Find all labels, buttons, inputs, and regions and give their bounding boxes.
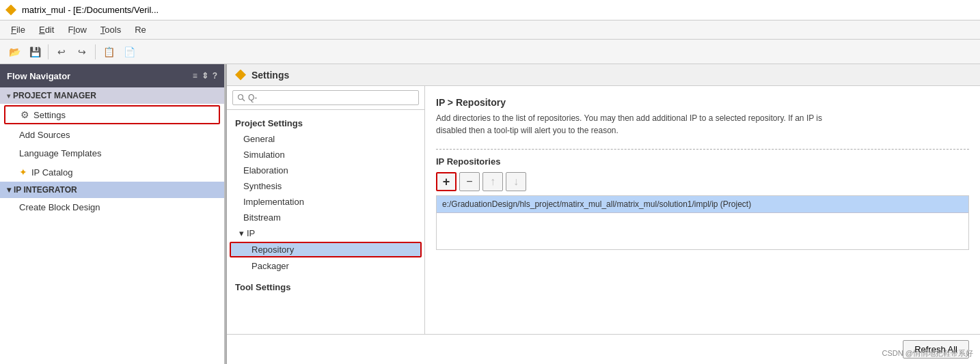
dialog-title-text: Settings bbox=[251, 70, 289, 81]
content-description: Add directories to the list of repositor… bbox=[436, 112, 846, 137]
repos-list: e:/GraduationDesign/hls_project/matirx_m… bbox=[436, 195, 969, 250]
tree-search-area bbox=[227, 86, 424, 110]
nav-item-ip-catalog-label: IP Catalog bbox=[31, 167, 72, 178]
tree-item-general[interactable]: General bbox=[227, 131, 424, 147]
tree-group-ip-label: IP bbox=[247, 228, 255, 238]
tree-content: Project Settings General Simulation Elab… bbox=[227, 110, 424, 334]
nav-item-settings-label: Settings bbox=[33, 110, 66, 120]
tree-item-elaboration[interactable]: Elaboration bbox=[227, 163, 424, 178]
flow-nav-help-icon[interactable]: ? bbox=[213, 71, 217, 81]
nav-item-add-sources-label: Add Sources bbox=[19, 130, 70, 140]
tree-project-settings-label: Project Settings bbox=[227, 115, 424, 131]
tree-tool-settings-label: Tool Settings bbox=[227, 279, 424, 295]
title-bar: matrix_mul - [E:/Documents/Veril... bbox=[0, 0, 980, 20]
repos-label: IP Repositories bbox=[436, 156, 969, 167]
tree-item-repository-label: Repository bbox=[251, 244, 294, 255]
ip-catalog-icon: ✦ bbox=[19, 167, 27, 178]
tree-item-implementation[interactable]: Implementation bbox=[227, 194, 424, 210]
menu-bar: File Edit Flow Tools Re bbox=[0, 20, 980, 40]
tree-item-implementation-label: Implementation bbox=[243, 197, 304, 207]
section-ip-integrator[interactable]: ▾ IP INTEGRATOR bbox=[0, 182, 224, 198]
flow-nav-title: Flow Navigator bbox=[7, 71, 70, 81]
tree-group-ip[interactable]: ▾ IP bbox=[227, 225, 424, 241]
repos-toolbar: + − ↑ ↓ bbox=[436, 172, 969, 191]
dialog-title-bar: Settings bbox=[227, 64, 980, 86]
dialog-footer: Refresh All bbox=[227, 334, 980, 364]
menu-flow[interactable]: Flow bbox=[62, 23, 92, 37]
tree-item-packager[interactable]: Packager bbox=[227, 258, 424, 274]
menu-re[interactable]: Re bbox=[129, 23, 152, 37]
toolbar-redo-btn[interactable]: ↪ bbox=[73, 43, 91, 61]
section-ip-integrator-label: IP INTEGRATOR bbox=[14, 185, 77, 195]
tree-item-simulation[interactable]: Simulation bbox=[227, 147, 424, 163]
toolbar-copy-btn[interactable]: 📋 bbox=[100, 43, 118, 61]
chevron-ip-icon: ▾ bbox=[239, 228, 244, 238]
toolbar-separator bbox=[48, 44, 49, 59]
toolbar-save-btn[interactable]: 💾 bbox=[26, 43, 44, 61]
tree-item-bitstream-label: Bitstream bbox=[243, 212, 281, 223]
toolbar: 📂 💾 ↩ ↪ 📋 📄 bbox=[0, 40, 980, 64]
flow-nav-header: Flow Navigator ≡ ⇕ ? bbox=[0, 64, 224, 87]
nav-item-ip-catalog[interactable]: ✦ IP Catalog bbox=[0, 163, 224, 182]
tree-item-simulation-label: Simulation bbox=[243, 150, 285, 160]
title-bar-text: matrix_mul - [E:/Documents/Veril... bbox=[22, 5, 159, 15]
tree-item-synthesis-label: Synthesis bbox=[243, 181, 282, 191]
settings-tree: Project Settings General Simulation Elab… bbox=[227, 86, 425, 334]
toolbar-separator-2 bbox=[95, 44, 96, 59]
flow-nav-header-icons: ≡ ⇕ ? bbox=[193, 71, 217, 81]
dialog-body: Project Settings General Simulation Elab… bbox=[227, 86, 980, 334]
tree-item-general-label: General bbox=[243, 134, 275, 144]
menu-tools[interactable]: Tools bbox=[95, 23, 126, 37]
section-project-manager[interactable]: ▾ PROJECT MANAGER bbox=[0, 87, 224, 104]
tree-item-repository[interactable]: Repository bbox=[230, 242, 422, 257]
app-icon bbox=[5, 5, 16, 16]
settings-content-panel: IP > Repository Add directories to the l… bbox=[425, 86, 980, 334]
flow-nav-collapse-icon[interactable]: ⇕ bbox=[202, 71, 208, 81]
tree-item-elaboration-label: Elaboration bbox=[243, 165, 288, 176]
flow-nav-content: ▾ PROJECT MANAGER ⚙ Settings Add Sources… bbox=[0, 87, 224, 364]
watermark-text: CSDN @悄悄地把鞋带系好 bbox=[882, 348, 973, 359]
settings-dialog: Settings Project Settings General bbox=[226, 64, 980, 364]
move-up-button[interactable]: ↑ bbox=[482, 172, 503, 191]
gear-icon: ⚙ bbox=[21, 109, 29, 120]
toolbar-open-btn[interactable]: 📂 bbox=[5, 43, 23, 61]
repos-section: IP Repositories + − ↑ ↓ e:/GraduationDes… bbox=[436, 156, 969, 323]
section-project-manager-label: PROJECT MANAGER bbox=[13, 91, 96, 100]
repo-list-item[interactable]: e:/GraduationDesign/hls_project/matirx_m… bbox=[437, 196, 968, 213]
tree-item-synthesis[interactable]: Synthesis bbox=[227, 178, 424, 194]
nav-item-add-sources[interactable]: Add Sources bbox=[0, 126, 224, 144]
tree-item-bitstream[interactable]: Bitstream bbox=[227, 210, 424, 225]
content-title: IP > Repository bbox=[436, 97, 969, 108]
tree-search-input[interactable] bbox=[232, 90, 419, 105]
remove-repo-button[interactable]: − bbox=[459, 172, 480, 191]
nav-item-language-templates-label: Language Templates bbox=[19, 148, 101, 158]
content-header: IP > Repository Add directories to the l… bbox=[436, 97, 969, 137]
add-repo-button[interactable]: + bbox=[436, 172, 457, 191]
tree-item-packager-label: Packager bbox=[251, 261, 289, 271]
move-down-button[interactable]: ↓ bbox=[506, 172, 526, 191]
flow-navigator: Flow Navigator ≡ ⇕ ? ▾ PROJECT MANAGER bbox=[0, 64, 226, 364]
chevron-down-icon-2: ▾ bbox=[7, 185, 11, 195]
flow-nav-pin-icon[interactable]: ≡ bbox=[193, 71, 198, 81]
menu-file[interactable]: File bbox=[5, 23, 31, 37]
nav-item-language-templates[interactable]: Language Templates bbox=[0, 144, 224, 163]
toolbar-paste-btn[interactable]: 📄 bbox=[120, 43, 138, 61]
chevron-down-icon: ▾ bbox=[7, 92, 10, 100]
menu-edit[interactable]: Edit bbox=[33, 23, 59, 37]
nav-item-create-block-design[interactable]: Create Block Design bbox=[0, 198, 224, 216]
nav-item-settings[interactable]: ⚙ Settings bbox=[4, 105, 220, 124]
nav-item-create-block-design-label: Create Block Design bbox=[19, 202, 100, 212]
content-divider bbox=[436, 149, 969, 150]
toolbar-undo-btn[interactable]: ↩ bbox=[53, 43, 70, 61]
dialog-title-icon bbox=[235, 70, 246, 81]
